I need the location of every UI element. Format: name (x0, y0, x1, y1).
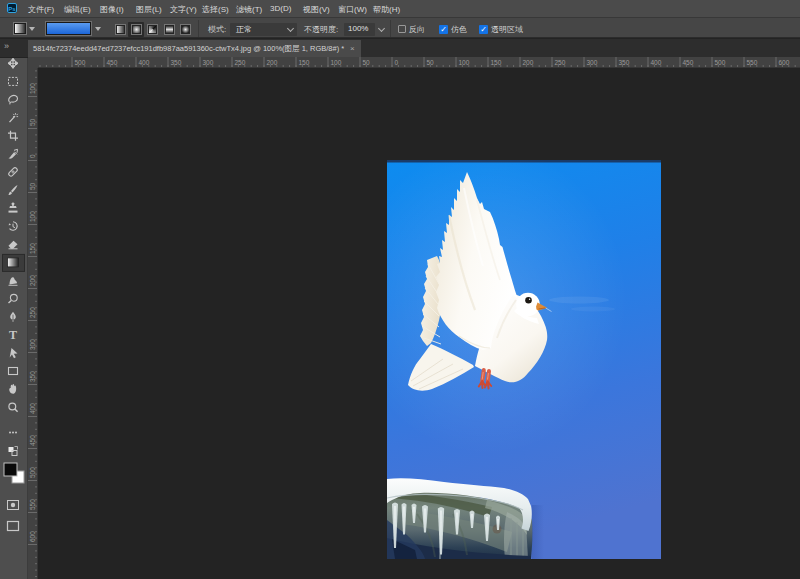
svg-text:200: 200 (267, 59, 278, 66)
svg-text:400: 400 (139, 59, 150, 66)
svg-text:350: 350 (171, 59, 182, 66)
svg-text:50: 50 (29, 182, 36, 190)
svg-text:50: 50 (29, 118, 36, 126)
svg-text:500: 500 (75, 59, 86, 66)
svg-text:350: 350 (29, 371, 36, 382)
svg-text:250: 250 (555, 59, 566, 66)
svg-text:400: 400 (651, 59, 662, 66)
svg-text:100: 100 (29, 211, 36, 222)
svg-text:100: 100 (331, 59, 342, 66)
svg-text:550: 550 (747, 59, 758, 66)
svg-text:200: 200 (523, 59, 534, 66)
svg-text:0: 0 (395, 59, 399, 66)
svg-text:150: 150 (29, 243, 36, 254)
svg-text:600: 600 (29, 531, 36, 542)
svg-text:300: 300 (203, 59, 214, 66)
svg-text:600: 600 (779, 59, 790, 66)
svg-text:300: 300 (587, 59, 598, 66)
svg-text:50: 50 (363, 59, 371, 66)
svg-text:50: 50 (427, 59, 435, 66)
svg-text:450: 450 (107, 59, 118, 66)
svg-text:T: T (9, 328, 17, 342)
svg-text:150: 150 (299, 59, 310, 66)
svg-text:400: 400 (29, 403, 36, 414)
svg-text:450: 450 (29, 435, 36, 446)
svg-text:250: 250 (235, 59, 246, 66)
svg-text:0: 0 (29, 154, 36, 158)
svg-text:450: 450 (683, 59, 694, 66)
svg-text:100: 100 (459, 59, 470, 66)
svg-text:150: 150 (491, 59, 502, 66)
svg-text:300: 300 (29, 339, 36, 350)
svg-text:250: 250 (29, 307, 36, 318)
svg-text:500: 500 (29, 467, 36, 478)
svg-text:550: 550 (29, 499, 36, 510)
svg-text:200: 200 (29, 275, 36, 286)
svg-text:500: 500 (715, 59, 726, 66)
svg-text:350: 350 (619, 59, 630, 66)
svg-text:100: 100 (29, 83, 36, 94)
